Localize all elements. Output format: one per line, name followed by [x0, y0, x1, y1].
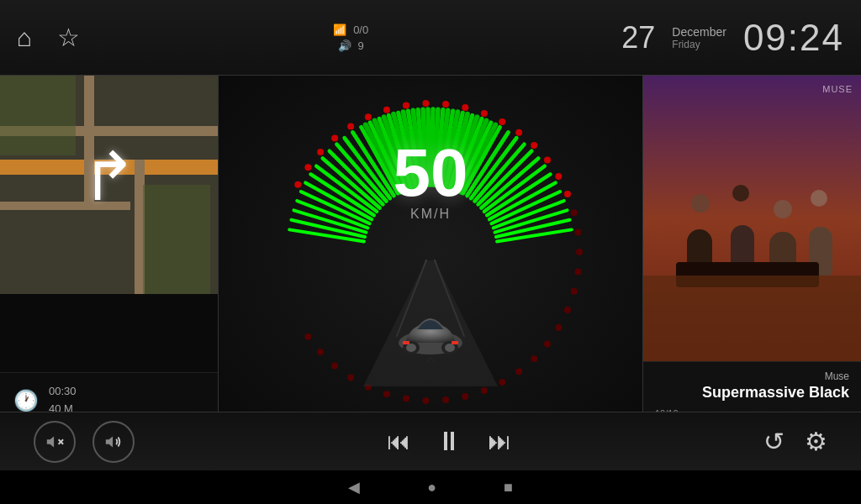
media-artist: Muse [655, 370, 849, 382]
date-month: December [672, 25, 726, 39]
volume-down-button[interactable] [34, 421, 76, 463]
back-button[interactable]: ◀ [348, 478, 360, 496]
volume-value: 9 [358, 39, 364, 52]
svg-point-2 [406, 344, 416, 352]
svg-line-8 [430, 358, 452, 361]
date-block: 27 [621, 23, 655, 53]
top-right: 27 December Friday 09:24 [621, 17, 844, 59]
repeat-button[interactable]: ↺ [763, 427, 784, 456]
svg-marker-9 [47, 436, 54, 447]
media-panel: MUSE Muse Supermassive Black 10/10 [642, 76, 861, 428]
speed-number: 50 [394, 139, 468, 207]
svg-line-7 [409, 358, 430, 361]
bottom-bar: ⏮ ⏸ ⏭ ↺ ⚙ [0, 412, 861, 470]
connectivity-value: 0/0 [353, 24, 368, 36]
media-track: Supermassive Black [655, 384, 849, 402]
home-button[interactable]: ● [427, 479, 436, 496]
recents-button[interactable]: ■ [504, 479, 513, 496]
top-left-icons: ⌂ ☆ [17, 23, 80, 52]
clock-icon: 🕐 [13, 389, 39, 412]
date-text: December Friday [672, 25, 726, 50]
volume-icon: 🔊 [338, 39, 351, 52]
svg-rect-6 [452, 341, 458, 344]
speedometer-panel: 50 KM/H [219, 76, 642, 428]
svg-point-4 [445, 344, 455, 352]
time-display: 09:24 [743, 17, 844, 59]
trip-time: 00:30 [49, 383, 77, 401]
speedometer-container: 50 KM/H [254, 76, 607, 428]
turn-arrow: ↱ [81, 138, 137, 216]
fast-forward-button[interactable]: ⏭ [488, 428, 511, 455]
android-nav-bar: ◀ ● ■ [0, 470, 861, 504]
main-area: ↱ AUTO NAVIGATOR Turn right (Hollywood F… [0, 76, 861, 428]
speedometer-canvas [254, 76, 607, 428]
speed-readout: 50 KM/H [394, 139, 468, 222]
top-center-icons: 📶 0/0 🔊 9 [80, 24, 621, 52]
date-weekday: Friday [672, 39, 726, 50]
home-icon[interactable]: ⌂ [17, 24, 32, 52]
right-controls: ↺ ⚙ [763, 427, 827, 456]
pause-button[interactable]: ⏸ [436, 426, 462, 457]
volume-row: 🔊 9 [338, 39, 364, 52]
date-day: 27 [621, 20, 655, 55]
car-icon [393, 311, 468, 365]
top-bar: ⌂ ☆ 📶 0/0 🔊 9 27 December Friday 09:24 [0, 0, 861, 76]
volume-controls [34, 421, 135, 463]
map-area[interactable]: ↱ AUTO NAVIGATOR Turn right (Hollywood F… [0, 76, 218, 294]
media-image: MUSE [643, 76, 861, 361]
settings-button[interactable]: ⚙ [805, 427, 827, 456]
volume-up-button[interactable] [92, 421, 135, 463]
rewind-button[interactable]: ⏮ [387, 428, 410, 455]
media-controls: ⏮ ⏸ ⏭ [387, 426, 511, 457]
scene-background: MUSE [643, 76, 861, 361]
navigation-panel: ↱ AUTO NAVIGATOR Turn right (Hollywood F… [0, 76, 219, 428]
muse-watermark: MUSE [822, 84, 853, 94]
favorites-icon[interactable]: ☆ [57, 23, 80, 52]
map-background: ↱ [0, 76, 218, 294]
connectivity-icon: 📶 [333, 24, 346, 36]
svg-rect-5 [403, 341, 409, 344]
svg-marker-12 [106, 436, 113, 447]
connectivity-row: 📶 0/0 [333, 24, 368, 36]
